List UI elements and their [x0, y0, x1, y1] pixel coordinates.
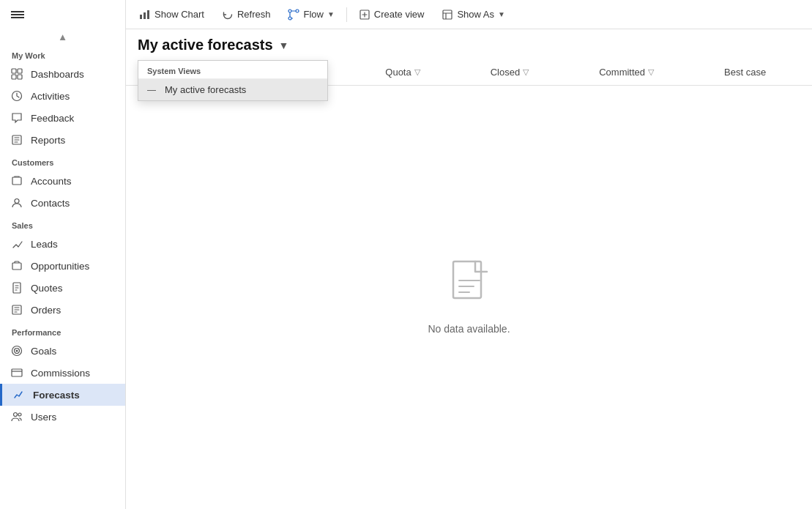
show-chart-label: Show Chart — [154, 9, 204, 20]
opportunities-icon — [10, 259, 23, 272]
sidebar-item-contacts[interactable]: Contacts — [0, 192, 125, 214]
sidebar-item-dashboards[interactable]: Dashboards — [0, 63, 125, 85]
svg-point-13 — [16, 350, 18, 352]
hamburger-button[interactable] — [0, 0, 35, 29]
sidebar-item-activities[interactable]: Activities — [0, 85, 125, 107]
svg-point-21 — [296, 10, 299, 12]
my-work-section: My Work — [0, 44, 125, 63]
sidebar-item-accounts[interactable]: Accounts — [0, 170, 125, 192]
flow-label: Flow — [303, 9, 323, 20]
users-icon — [10, 410, 23, 423]
refresh-label: Refresh — [237, 9, 271, 20]
orders-icon — [10, 303, 23, 316]
accounts-label: Accounts — [31, 176, 72, 187]
create-view-icon — [359, 9, 370, 21]
quotes-label: Quotes — [31, 283, 63, 294]
content-area: No data available. — [126, 86, 812, 509]
col-quota: Quota ▽ — [379, 67, 425, 78]
contacts-icon — [10, 196, 23, 209]
sidebar: ▲ My Work Dashboards Activities Feedback… — [0, 0, 126, 509]
orders-label: Orders — [31, 305, 61, 316]
quotes-icon — [10, 281, 23, 294]
sidebar-item-leads[interactable]: Leads — [0, 233, 125, 255]
col-committed: Committed ▽ — [593, 67, 660, 78]
dropdown-item-label: My active forecasts — [165, 84, 246, 95]
col-closed-filter[interactable]: ▽ — [523, 67, 529, 77]
sidebar-item-orders[interactable]: Orders — [0, 299, 125, 321]
sidebar-item-users[interactable]: Users — [0, 406, 125, 428]
customers-section: Customers — [0, 151, 125, 170]
dashboards-icon — [10, 67, 23, 81]
flow-button[interactable]: Flow ▼ — [280, 6, 341, 23]
forecasts-icon — [12, 388, 26, 401]
show-as-chevron: ▼ — [498, 10, 505, 18]
reports-label: Reports — [31, 135, 65, 146]
no-data-icon — [447, 260, 491, 311]
users-label: Users — [31, 412, 56, 423]
create-view-button[interactable]: Create view — [351, 6, 432, 23]
svg-rect-1 — [18, 69, 22, 73]
svg-rect-17 — [140, 15, 142, 19]
col-committed-filter[interactable]: ▽ — [648, 67, 654, 77]
feedback-label: Feedback — [31, 113, 74, 124]
toolbar-divider-1 — [346, 7, 347, 22]
sidebar-item-reports[interactable]: Reports — [0, 129, 125, 151]
dropdown-item-my-active-forecasts[interactable]: — My active forecasts — [138, 79, 327, 100]
leads-label: Leads — [31, 239, 58, 250]
svg-rect-8 — [12, 263, 21, 270]
svg-point-16 — [18, 413, 21, 416]
svg-point-22 — [288, 17, 291, 20]
refresh-button[interactable]: Refresh — [215, 6, 278, 23]
refresh-icon — [222, 9, 234, 21]
svg-rect-24 — [443, 10, 452, 19]
sidebar-scroll-up[interactable]: ▲ — [0, 29, 125, 44]
svg-point-7 — [15, 199, 19, 204]
svg-rect-18 — [144, 12, 146, 19]
goals-label: Goals — [31, 346, 56, 357]
col-best-case: Best case — [718, 67, 772, 78]
goals-icon — [10, 344, 23, 357]
svg-rect-3 — [18, 75, 22, 79]
activities-label: Activities — [31, 91, 70, 102]
svg-rect-6 — [12, 177, 21, 185]
col-quota-filter[interactable]: ▽ — [414, 67, 420, 77]
commissions-label: Commissions — [31, 368, 90, 379]
no-data-text: No data available. — [428, 323, 510, 335]
contacts-label: Contacts — [31, 198, 70, 209]
sidebar-item-commissions[interactable]: Commissions — [0, 362, 125, 384]
create-view-label: Create view — [374, 9, 425, 20]
show-chart-button[interactable]: Show Chart — [132, 6, 212, 23]
page-title-chevron[interactable]: ▼ — [279, 40, 289, 51]
sidebar-item-goals[interactable]: Goals — [0, 340, 125, 362]
show-chart-icon — [139, 9, 151, 21]
sidebar-item-forecasts[interactable]: Forecasts — [0, 384, 125, 406]
col-closed-label: Closed — [491, 67, 520, 78]
leads-icon — [10, 237, 23, 250]
col-best-case-label: Best case — [724, 67, 766, 78]
accounts-icon — [10, 174, 23, 187]
main-content: Show Chart Refresh Flow ▼ Create view — [126, 0, 812, 509]
col-committed-label: Committed — [599, 67, 645, 78]
page-header: My active forecasts ▼ System Views — My … — [126, 29, 812, 53]
sidebar-item-opportunities[interactable]: Opportunities — [0, 255, 125, 277]
activities-icon — [10, 89, 23, 103]
svg-point-15 — [14, 413, 18, 417]
show-as-label: Show As — [457, 9, 494, 20]
show-as-button[interactable]: Show As ▼ — [434, 6, 513, 23]
reports-icon — [10, 133, 23, 146]
feedback-icon — [10, 111, 23, 125]
col-closed: Closed ▽ — [485, 67, 534, 78]
show-as-icon — [442, 9, 453, 21]
svg-rect-19 — [147, 10, 149, 19]
sales-section: Sales — [0, 214, 125, 233]
flow-chevron: ▼ — [327, 10, 335, 18]
toolbar: Show Chart Refresh Flow ▼ Create view — [126, 0, 812, 29]
sidebar-item-quotes[interactable]: Quotes — [0, 277, 125, 299]
svg-rect-14 — [12, 369, 22, 376]
svg-rect-2 — [12, 75, 16, 79]
commissions-icon — [10, 366, 23, 379]
sidebar-item-feedback[interactable]: Feedback — [0, 107, 125, 129]
dashboards-label: Dashboards — [31, 69, 84, 80]
page-title: My active forecasts — [138, 37, 273, 53]
svg-point-20 — [288, 10, 291, 12]
